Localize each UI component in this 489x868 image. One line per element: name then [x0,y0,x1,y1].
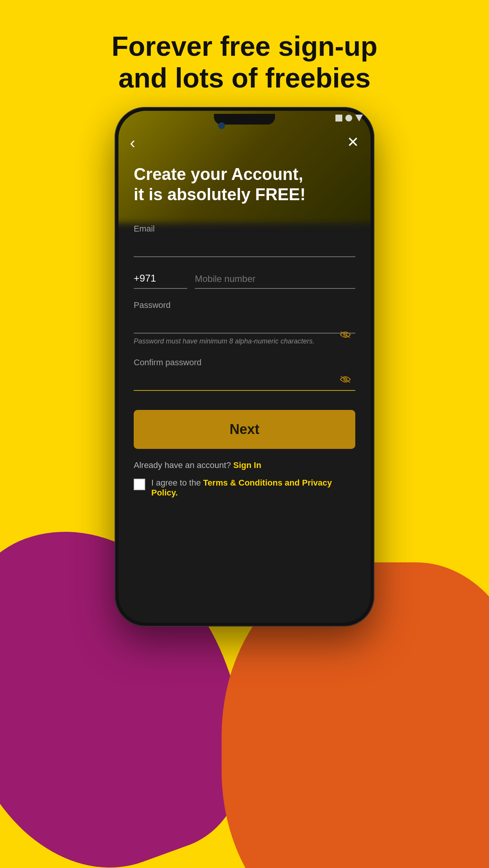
sign-in-link[interactable]: Sign In [233,460,261,470]
battery-icon [355,115,363,121]
confirm-password-field-group: Confirm password [134,358,355,391]
phone-field-group [134,269,355,289]
next-button[interactable]: Next [134,410,355,449]
email-field-group: Email [134,224,355,257]
password-hint: Password must have minimum 8 alpha-numer… [134,337,355,346]
close-button[interactable]: ✕ [347,134,359,151]
screen-content: Create your Account, it is absolutely FR… [118,111,371,623]
phone-screen: ‹ ✕ Create your Account, it is absolutel… [118,111,371,623]
phone-number-input[interactable] [195,270,355,289]
camera-icon [218,122,225,129]
headline-text: Forever free sign-up and lots of freebie… [0,31,489,94]
password-label: Password [134,300,355,310]
phone-notch [214,114,275,125]
email-label: Email [134,224,355,234]
phone-body: ‹ ✕ Create your Account, it is absolutel… [115,107,374,627]
phone-code-group [134,269,187,289]
terms-text: I agree to the Terms & Conditions and Pr… [151,478,355,498]
phone-mockup: ‹ ✕ Create your Account, it is absolutel… [115,107,374,833]
password-field-group: Password Password must have minimum 8 al… [134,300,355,346]
headline-section: Forever free sign-up and lots of freebie… [0,31,489,94]
sign-in-prompt: Already have an account? [134,460,231,470]
confirm-password-label: Confirm password [134,358,355,368]
phone-code-input[interactable] [134,269,187,289]
password-input[interactable] [134,313,355,334]
phone-number-group [195,270,355,289]
back-button[interactable]: ‹ [130,134,135,152]
confirm-password-input[interactable] [134,371,355,391]
signal-icon [335,115,342,121]
terms-row: I agree to the Terms & Conditions and Pr… [134,478,355,513]
confirm-password-toggle-icon[interactable] [339,374,351,386]
sign-in-row: Already have an account? Sign In [134,460,355,470]
email-input[interactable] [134,237,355,257]
svg-line-1 [341,332,350,338]
wifi-icon [345,115,352,121]
password-toggle-icon[interactable] [339,329,351,342]
svg-line-3 [341,376,350,382]
terms-checkbox[interactable] [134,479,145,490]
status-bar [335,115,363,121]
page-title: Create your Account, it is absolutely FR… [134,164,355,205]
